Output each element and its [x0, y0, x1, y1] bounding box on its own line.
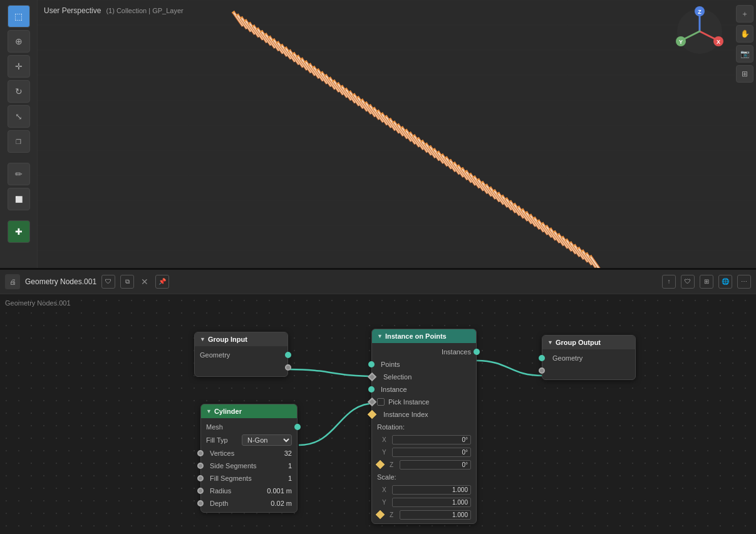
node-tree-name: Geometry Nodes.001 [25, 277, 96, 286]
instance-on-points-title: Instance on Points [385, 332, 447, 340]
toolbar-measure-btn[interactable]: ⬜ [8, 188, 30, 210]
camera-btn[interactable]: 📷 [736, 45, 753, 63]
rotation-socket[interactable] [376, 460, 385, 469]
cylinder-radius-row: Radius 0.001 m [201, 485, 297, 497]
left-toolbar: ⬚ ⊕ ✛ ↻ ⤡ ❒ ✏ ⬜ ✚ [0, 0, 38, 269]
viewport-title: User Perspective [44, 6, 101, 15]
cylinder-radius-socket[interactable] [197, 488, 204, 494]
rotation-y-label: Y [382, 449, 390, 456]
rotation-x-field[interactable]: 0° [392, 435, 471, 444]
svg-text:Y: Y [679, 39, 683, 45]
instance-input-row: Instance [372, 383, 476, 396]
scale-x-field[interactable]: 1.000 [392, 485, 471, 495]
group-output-extra-socket[interactable] [539, 367, 545, 374]
group-output-body: Geometry [542, 349, 635, 379]
cylinder-body: Mesh Fill Typ N-Gon Triangle Fan Nothing… [201, 418, 297, 512]
group-output-node: ▼ Group Output Geometry [542, 335, 636, 380]
scale-z-row: Z 1.000 [372, 508, 476, 521]
node-editor-type-icon[interactable]: 🖨 [5, 274, 20, 289]
cylinder-depth-socket[interactable] [197, 500, 204, 506]
toolbar-scale-btn[interactable]: ⤡ [8, 105, 30, 128]
toolbar-transform-btn[interactable]: ❒ [8, 130, 30, 153]
cylinder-vertices-label: Vertices [210, 449, 284, 457]
toolbar-annotate-btn[interactable]: ✏ [8, 163, 30, 185]
header-shield-btn[interactable]: 🛡 [681, 275, 695, 289]
close-icon[interactable]: ✕ [139, 276, 150, 287]
toolbar-rotate-btn[interactable]: ↻ [8, 80, 30, 103]
cylinder-vertices-value: 32 [284, 449, 292, 457]
points-input-socket[interactable] [368, 361, 375, 367]
view-btn[interactable]: ⊞ [736, 65, 753, 83]
group-output-extra-row [542, 364, 635, 377]
header-globe-btn[interactable]: 🌐 [718, 275, 732, 289]
toolbar-move-btn[interactable]: ✛ [8, 55, 30, 78]
group-output-geometry-label: Geometry [552, 354, 630, 362]
cylinder-side-segments-row: Side Segments 1 [201, 460, 297, 472]
instance-index-socket[interactable] [368, 410, 376, 419]
instance-input-socket[interactable] [368, 386, 375, 393]
group-input-geometry-socket[interactable] [285, 352, 291, 358]
pick-instance-checkbox[interactable] [377, 398, 385, 406]
viewport-subtitle: (1) Collection | GP_Layer [106, 7, 183, 14]
pick-instance-socket[interactable] [368, 398, 376, 406]
zoom-in-btn[interactable]: ＋ [736, 5, 753, 23]
rotation-section-label: Rotation: [377, 423, 471, 431]
scale-socket[interactable] [376, 510, 385, 519]
cylinder-title: Cylinder [214, 408, 242, 415]
scale-y-field[interactable]: 1.000 [392, 498, 471, 507]
thumbtack-icon[interactable]: 📌 [155, 275, 169, 289]
header-grid-btn[interactable]: ⊞ [700, 275, 713, 289]
header-settings-btn[interactable]: ⋯ [737, 275, 751, 289]
copy-icon[interactable]: ⧉ [120, 275, 134, 289]
scale-y-label: Y [382, 499, 390, 506]
points-input-row: Points [372, 358, 476, 371]
grab-btn[interactable]: ✋ [736, 25, 753, 43]
instances-output-label: Instances [377, 348, 471, 356]
cylinder-side-segments-socket[interactable] [197, 463, 204, 469]
toolbar-add-btn[interactable]: ✚ [8, 220, 30, 243]
rotation-z-field[interactable]: 0° [400, 460, 471, 470]
group-output-geometry-row: Geometry [542, 352, 635, 364]
rotation-label-row: Rotation: [372, 421, 476, 433]
group-output-geometry-socket[interactable] [539, 355, 545, 361]
instance-on-points-header: ▼ Instance on Points [372, 329, 476, 343]
cylinders-canvas [0, 0, 756, 269]
node-editor: 🖨 Geometry Nodes.001 🛡 ⧉ ✕ 📌 ↑ 🛡 ⊞ 🌐 ⋯ G… [0, 269, 756, 534]
pick-instance-row: Pick Instance [372, 396, 476, 408]
toolbar-cursor-btn[interactable]: ⊕ [8, 30, 30, 53]
header-up-btn[interactable]: ↑ [662, 275, 676, 289]
group-input-geometry-label: Geometry [200, 351, 282, 359]
group-input-extra-socket[interactable] [285, 364, 291, 371]
group-input-header: ▼ Group Input [195, 332, 287, 346]
cylinder-depth-value: 0.02 m [271, 500, 292, 507]
instance-on-points-node: ▼ Instance on Points Instances Points Se… [371, 329, 477, 524]
svg-text:Z: Z [698, 9, 702, 15]
cylinder-radius-label: Radius [210, 487, 267, 495]
selection-input-socket[interactable] [368, 372, 376, 381]
cylinder-vertices-socket[interactable] [197, 450, 204, 456]
viewport: ⬚ ⊕ ✛ ↻ ⤡ ❒ ✏ ⬜ ✚ User Perspective (1) C… [0, 0, 756, 269]
rotation-x-label: X [382, 436, 390, 443]
cylinder-header: ▼ Cylinder [201, 404, 297, 418]
group-input-geometry-row: Geometry [195, 349, 287, 361]
instance-output-row: Instances [372, 346, 476, 358]
toolbar-select-btn[interactable]: ⬚ [8, 5, 30, 28]
group-input-extra-row [195, 361, 287, 374]
scale-z-field[interactable]: 1.000 [400, 510, 471, 520]
instance-index-row: Instance Index [372, 408, 476, 421]
cylinder-mesh-socket[interactable] [294, 424, 301, 430]
panel-divider[interactable] [0, 268, 756, 270]
cylinder-depth-label: Depth [210, 500, 271, 507]
cylinder-mesh-row: Mesh [201, 421, 297, 433]
cylinder-depth-row: Depth 0.02 m [201, 497, 297, 510]
cylinder-fill-type-select[interactable]: N-Gon Triangle Fan Nothing [242, 434, 292, 446]
node-canvas[interactable]: Geometry Nodes.001 ▼ Group Input Geometr… [0, 294, 756, 534]
rotation-y-field[interactable]: 0° [392, 448, 471, 457]
cylinder-fill-type-row: Fill Typ N-Gon Triangle Fan Nothing [201, 433, 297, 447]
cylinder-fill-segments-socket[interactable] [197, 475, 204, 481]
pin-icon[interactable]: 🛡 [101, 275, 115, 289]
instances-output-socket[interactable] [474, 349, 480, 355]
scale-label-row: Scale: [372, 471, 476, 483]
navigation-gizmo[interactable]: Z X Y [675, 6, 725, 56]
selection-label: Selection [383, 373, 471, 381]
